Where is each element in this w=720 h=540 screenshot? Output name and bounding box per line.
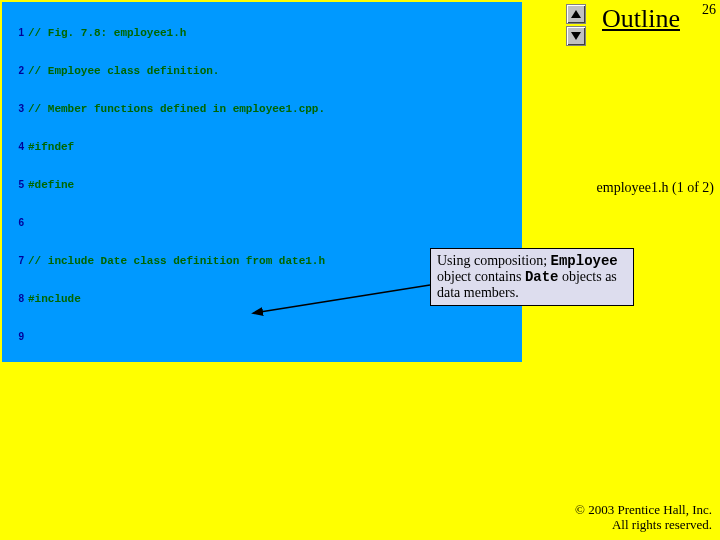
triangle-up-icon [571,10,581,18]
nav-down-button[interactable] [566,26,586,46]
callout-box: Using composition; Employee object conta… [430,248,634,306]
callout-code: Employee [551,253,618,269]
page-number: 26 [702,2,716,18]
code-text [28,216,35,230]
line-number: 1 [2,26,28,40]
line-number: 8 [2,292,28,306]
code-text [28,330,35,344]
copyright-footer: © 2003 Prentice Hall, Inc. All rights re… [575,502,712,532]
code-text: #define [28,178,74,192]
line-number: 9 [2,330,28,344]
callout-text: object contains [437,269,525,284]
code-text: // Member functions defined in employee1… [28,102,325,116]
line-number: 4 [2,140,28,154]
code-text: // Employee class definition. [28,64,219,78]
callout-code: Date [525,269,559,285]
code-text: #ifndef [28,140,74,154]
code-text: // include Date class definition from da… [28,254,325,268]
line-number: 7 [2,254,28,268]
slide: 1// Fig. 7.8: employee1.h 2// Employee c… [0,0,720,540]
callout-text: Using composition; [437,253,551,268]
line-number: 5 [2,178,28,192]
footer-line: All rights reserved. [575,517,712,532]
file-label: employee1.h (1 of 2) [597,180,714,196]
line-number: 2 [2,64,28,78]
outline-title[interactable]: Outline [602,4,680,34]
code-text: #include [28,292,81,306]
triangle-down-icon [571,32,581,40]
footer-line: © 2003 Prentice Hall, Inc. [575,502,712,517]
nav-up-button[interactable] [566,4,586,24]
outline-nav [566,4,584,48]
code-text: // Fig. 7.8: employee1.h [28,26,186,40]
line-number: 6 [2,216,28,230]
line-number: 3 [2,102,28,116]
code-listing: 1// Fig. 7.8: employee1.h 2// Employee c… [2,2,522,362]
